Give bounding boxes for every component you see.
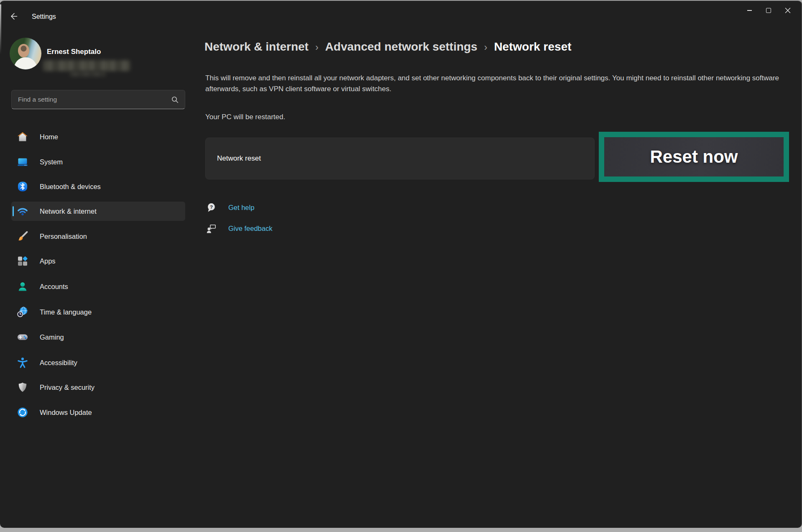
- sidebar-item-label: Privacy & security: [40, 384, 95, 391]
- accounts-icon: [17, 281, 28, 292]
- chevron-right-icon: ›: [315, 42, 319, 53]
- app-title: Settings: [32, 13, 56, 20]
- window-edge-highlight: [0, 4, 1, 54]
- reset-now-label: Reset now: [650, 147, 738, 167]
- sidebar-item-label: Home: [40, 133, 58, 141]
- maximize-icon: [766, 8, 771, 13]
- feedback-person-icon: [206, 223, 216, 233]
- sidebar-item-gaming[interactable]: Gaming: [11, 327, 185, 347]
- network-reset-row: Network reset: [205, 138, 595, 179]
- sidebar-item-accounts[interactable]: Accounts: [11, 277, 185, 296]
- user-avatar: [10, 38, 41, 69]
- minimize-icon: [747, 10, 752, 11]
- sidebar-item-label: Bluetooth & devices: [40, 183, 101, 191]
- search-box[interactable]: [11, 90, 185, 109]
- breadcrumb: Network & internet › Advanced network se…: [204, 40, 572, 54]
- sidebar-item-network-internet[interactable]: Network & internet: [11, 202, 185, 221]
- sidebar-item-label: Accounts: [40, 283, 68, 291]
- sidebar-item-accessibility[interactable]: Accessibility: [11, 353, 185, 372]
- give-feedback-link[interactable]: Give feedback: [205, 223, 272, 233]
- personalisation-icon: [17, 230, 28, 242]
- avatar-face: [18, 44, 29, 57]
- settings-window: Settings Ernest Sheptalo: [0, 0, 802, 528]
- window-controls: [740, 3, 797, 18]
- close-button[interactable]: [778, 3, 797, 18]
- accessibility-icon: [17, 357, 28, 368]
- sidebar-item-label: System: [40, 158, 63, 166]
- back-button[interactable]: [7, 10, 21, 23]
- svg-text:?: ?: [210, 205, 213, 210]
- search-input[interactable]: [12, 96, 171, 103]
- sidebar-item-time-language[interactable]: Time & language: [11, 302, 185, 322]
- bluetooth-icon: [17, 181, 28, 192]
- page-description: This will remove and then reinstall all …: [205, 73, 789, 95]
- search-icon: [171, 96, 179, 103]
- sidebar-item-label: Time & language: [40, 308, 92, 316]
- breadcrumb-item-current: Network reset: [494, 40, 571, 54]
- reset-now-button[interactable]: Reset now: [599, 132, 789, 182]
- apps-icon: [17, 255, 28, 267]
- minimize-button[interactable]: [740, 3, 759, 18]
- time-language-icon: [17, 306, 28, 318]
- avatar-shirt: [14, 57, 37, 69]
- windows-update-icon: [17, 407, 28, 418]
- breadcrumb-item-advanced-network-settings[interactable]: Advanced network settings: [325, 40, 478, 54]
- system-icon: [17, 156, 28, 168]
- help-bubble-icon: ?: [206, 202, 216, 212]
- sidebar-item-label: Windows Update: [40, 409, 92, 417]
- sidebar-item-label: Network & internet: [40, 207, 97, 215]
- network-reset-label: Network reset: [217, 154, 261, 163]
- sidebar-item-label: Apps: [40, 257, 56, 265]
- sidebar-item-privacy-security[interactable]: Privacy & security: [11, 378, 185, 397]
- sidebar-item-windows-update[interactable]: Windows Update: [11, 403, 185, 422]
- breadcrumb-item-network-internet[interactable]: Network & internet: [204, 40, 309, 54]
- privacy-icon: [17, 381, 28, 393]
- sidebar-item-label: Gaming: [40, 333, 64, 341]
- home-icon: [17, 131, 28, 143]
- network-icon: [17, 205, 28, 217]
- user-name: Ernest Sheptalo: [47, 48, 101, 56]
- sidebar-item-label: Personalisation: [40, 233, 87, 240]
- back-arrow-icon: [10, 12, 18, 20]
- chevron-right-icon: ›: [484, 42, 488, 53]
- sidebar-item-system[interactable]: System: [11, 152, 185, 171]
- sidebar-item-bluetooth-devices[interactable]: Bluetooth & devices: [11, 177, 185, 196]
- close-icon: [785, 8, 791, 13]
- restart-note: Your PC will be restarted.: [205, 113, 285, 121]
- sidebar-item-label: Accessibility: [40, 359, 77, 367]
- get-help-link[interactable]: ? Get help: [205, 202, 254, 212]
- sidebar-item-apps[interactable]: Apps: [11, 251, 185, 271]
- selected-accent-pill: [13, 206, 14, 216]
- gaming-icon: [17, 331, 28, 343]
- maximize-button[interactable]: [759, 3, 778, 18]
- sidebar-item-personalisation[interactable]: Personalisation: [11, 227, 185, 246]
- redacted-email-blur: [43, 60, 130, 71]
- redacted-text-blur: [70, 72, 106, 77]
- sidebar-item-home[interactable]: Home: [11, 127, 185, 146]
- give-feedback-label: Give feedback: [228, 225, 272, 233]
- get-help-label: Get help: [228, 204, 254, 212]
